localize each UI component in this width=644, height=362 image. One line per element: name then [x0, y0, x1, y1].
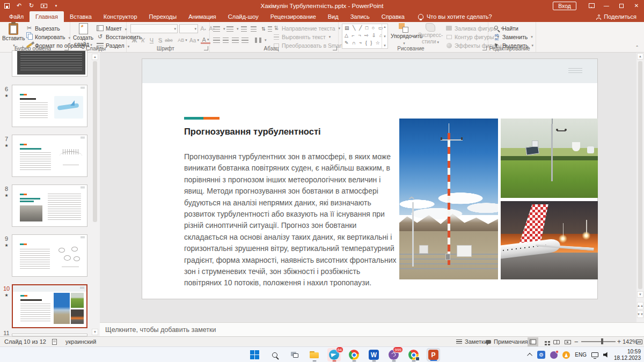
tab-design[interactable]: Конструктор — [98, 11, 143, 22]
thumbnail-slide-6[interactable] — [12, 85, 87, 127]
scroll-down-icon[interactable]: ▼ — [637, 291, 643, 298]
thumbnail-slide-8[interactable] — [12, 184, 87, 227]
copy-button[interactable]: Копировать — [26, 33, 70, 41]
word-button[interactable]: W — [367, 348, 380, 361]
photo-airplane-night[interactable] — [501, 201, 598, 279]
bullets-button[interactable] — [213, 25, 225, 33]
slide-canvas[interactable]: Прогнозування турбулентності Прогнозуван… — [142, 58, 598, 299]
tab-file[interactable]: Файл — [3, 11, 30, 22]
photo-field-station[interactable] — [501, 119, 598, 198]
close-button[interactable]: ✕ — [629, 0, 644, 11]
thumbnail-slide-7[interactable] — [12, 135, 87, 177]
character-spacing-button[interactable]: АВ — [177, 36, 188, 45]
tab-transitions[interactable]: Переходы — [143, 11, 183, 22]
drawing-dialog-launcher[interactable] — [482, 46, 487, 50]
start-slideshow-icon[interactable] — [40, 2, 47, 9]
repeat-icon[interactable]: ↻ — [28, 2, 35, 9]
columns-button[interactable] — [255, 36, 267, 44]
language-switcher[interactable]: ENG — [575, 352, 587, 358]
zoom-slider-track[interactable] — [581, 341, 616, 342]
normal-view-button[interactable] — [528, 337, 538, 346]
arrange-button[interactable]: Упорядочить — [391, 23, 416, 46]
tab-slideshow[interactable]: Слайд-шоу — [222, 11, 265, 22]
tray-settings-icon[interactable]: ⚙ — [537, 351, 545, 359]
language-indicator[interactable]: украинский — [65, 337, 96, 346]
slide-body-text[interactable]: Прогнозування турбулентних зон в атмосфе… — [184, 151, 398, 289]
thumbnail-slide-10[interactable] — [12, 284, 87, 328]
start-button[interactable] — [248, 348, 261, 361]
tray-viber-icon[interactable] — [550, 351, 558, 359]
zoom-slider-thumb[interactable] — [601, 338, 603, 344]
shapes-gallery-scroll[interactable]: ▲▼▼ — [382, 24, 387, 48]
shapes-gallery[interactable]: ▤ ╲ ╱ □ ○ ▭ △ ⌐ ¬ ⇨ ⇩ ⌂ ✎ ∩ ~ { } ☆ ▲▼▼ — [342, 24, 388, 49]
align-right-button[interactable] — [232, 36, 239, 44]
align-center-button[interactable] — [223, 36, 229, 44]
numbering-button[interactable] — [226, 25, 239, 33]
replace-button[interactable]: abacЗаменить — [493, 33, 533, 41]
volume-icon[interactable] — [603, 352, 609, 358]
align-text-button[interactable]: Выровнять текст — [273, 33, 331, 41]
tab-home[interactable]: Главная — [30, 11, 64, 22]
zoom-out-button[interactable]: − — [574, 337, 579, 346]
clock[interactable]: 10:59 18.12.2023 — [614, 349, 641, 361]
thumbnail-slide-5[interactable] — [12, 50, 87, 77]
scroll-down-icon[interactable]: ▼ — [92, 329, 98, 335]
browser-button[interactable] — [347, 348, 361, 361]
reading-view-button[interactable] — [551, 337, 562, 346]
share-button[interactable]: Поделиться — [596, 11, 636, 22]
strikethrough-button[interactable]: abc — [165, 36, 173, 45]
main-scrollbar-thumb[interactable] — [638, 61, 642, 289]
new-slide-button[interactable]: ✦ Создать слайд — [72, 23, 94, 46]
paste-button[interactable]: Вставить — [2, 23, 25, 46]
slideshow-view-button[interactable] — [562, 337, 573, 346]
notes-placeholder[interactable]: Щелкните, чтобы добавить заметки — [105, 326, 216, 334]
notes-pane[interactable]: Щелкните, чтобы добавить заметки — [100, 322, 644, 336]
layout-button[interactable]: Макет — [97, 24, 127, 32]
bold-button[interactable]: Ж — [130, 36, 138, 45]
task-view-button[interactable] — [288, 348, 301, 361]
scroll-up-icon[interactable]: ▲ — [92, 54, 98, 60]
file-explorer-button[interactable] — [308, 348, 321, 361]
zoom-in-button[interactable]: + — [617, 337, 621, 346]
ribbon-display-options-icon[interactable]: ⌄ — [584, 0, 599, 11]
telegram-button[interactable]: 64 — [327, 348, 341, 361]
photo-weather-mast[interactable] — [399, 119, 498, 279]
save-icon[interactable] — [3, 2, 10, 9]
italic-button[interactable]: К — [139, 36, 147, 45]
browser-2-button[interactable] — [407, 348, 420, 361]
tab-record[interactable]: Запись — [345, 11, 376, 22]
align-left-button[interactable] — [213, 36, 220, 44]
undo-icon[interactable]: ↶ — [16, 2, 23, 9]
text-direction-button[interactable]: ⇅Направление текста — [273, 24, 340, 32]
next-slide-button[interactable]: ▼▼ — [637, 311, 643, 318]
accessibility-icon[interactable] — [52, 337, 57, 346]
grow-font-button[interactable]: А▴ — [199, 24, 207, 33]
quick-styles-button[interactable]: Экспресс- стили — [418, 23, 443, 46]
main-scrollbar[interactable]: ▲ ▼ ▲▲ ▼▼ — [636, 53, 644, 322]
justify-button[interactable] — [241, 36, 248, 44]
find-button[interactable]: Найти — [493, 24, 518, 32]
customize-qat-icon[interactable]: ▾ — [53, 2, 60, 9]
underline-button[interactable]: Ч — [148, 36, 156, 45]
network-icon[interactable] — [591, 352, 598, 357]
slide-sorter-view-button[interactable] — [540, 337, 551, 346]
previous-slide-button[interactable]: ▲▲ — [637, 302, 643, 309]
thumbnail-scrollbar[interactable]: ▲ ▼ — [92, 53, 98, 336]
increase-indent-button[interactable] — [251, 25, 257, 33]
minimize-button[interactable]: — — [599, 0, 614, 11]
clipboard-dialog-launcher[interactable] — [64, 46, 69, 50]
font-dialog-launcher[interactable] — [204, 46, 208, 50]
sign-in-button[interactable]: Вход — [553, 2, 576, 10]
paragraph-dialog-launcher[interactable] — [333, 46, 337, 50]
notes-toggle-button[interactable]: Заметки — [456, 337, 487, 346]
thumbnail-scrollbar-thumb[interactable] — [93, 61, 97, 222]
cut-button[interactable]: ✂Вырезать — [26, 24, 60, 32]
viber-button[interactable]: 999 — [387, 348, 400, 361]
change-case-button[interactable]: Аа — [189, 36, 200, 45]
tab-insert[interactable]: Вставка — [64, 11, 98, 22]
thumbnail-slide-9[interactable] — [12, 234, 87, 277]
tab-animations[interactable]: Анимация — [182, 11, 222, 22]
tray-expand-icon[interactable] — [527, 353, 532, 358]
tell-me-search[interactable]: Что вы хотите сделать? — [418, 11, 492, 22]
shapes-row[interactable]: ▤ ╲ ╱ □ ○ ▭ — [342, 24, 387, 32]
